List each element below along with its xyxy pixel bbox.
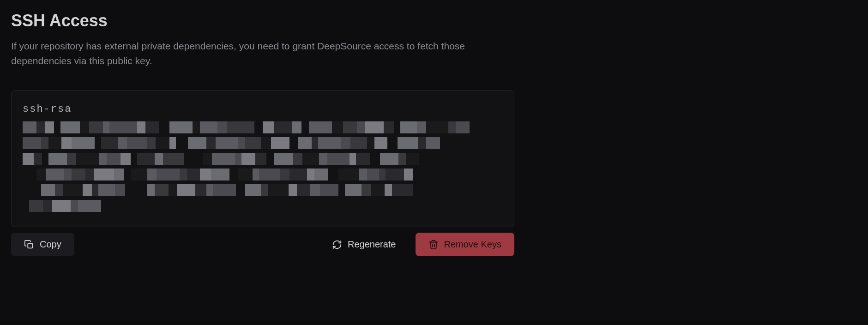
svg-rect-0 bbox=[28, 243, 32, 248]
button-row: Copy Regenerate bbox=[11, 233, 514, 256]
ssh-key-redacted bbox=[23, 121, 503, 214]
copy-button-label: Copy bbox=[40, 239, 61, 250]
regenerate-button-label: Regenerate bbox=[348, 239, 396, 250]
copy-button[interactable]: Copy bbox=[11, 233, 74, 256]
ssh-access-section: SSH Access If your repository has extern… bbox=[11, 11, 514, 256]
copy-icon bbox=[24, 240, 34, 250]
ssh-key-prefix: ssh-rsa bbox=[23, 103, 503, 115]
ssh-key-display: ssh-rsa bbox=[11, 90, 514, 227]
trash-icon bbox=[428, 240, 439, 250]
regenerate-button[interactable]: Regenerate bbox=[319, 233, 409, 256]
refresh-icon bbox=[332, 240, 342, 250]
section-title: SSH Access bbox=[11, 11, 514, 30]
remove-keys-button-label: Remove Keys bbox=[444, 239, 502, 250]
button-group-right: Regenerate Remove Keys bbox=[319, 233, 514, 256]
section-description: If your repository has external private … bbox=[11, 39, 514, 68]
remove-keys-button[interactable]: Remove Keys bbox=[416, 233, 515, 256]
